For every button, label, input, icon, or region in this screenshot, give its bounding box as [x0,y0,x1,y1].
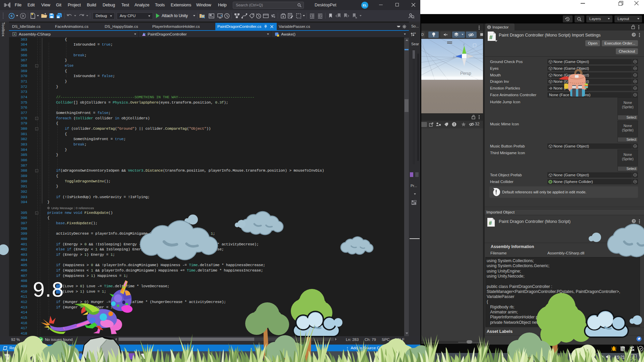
svg-text:y: y [463,43,465,46]
svg-text:?: ? [633,219,635,223]
svg-text:z: z [453,55,455,58]
svg-text:#: # [489,34,493,41]
svg-text:?: ? [633,33,635,37]
svg-text:#: # [489,220,492,226]
svg-text:!: ! [615,348,616,352]
